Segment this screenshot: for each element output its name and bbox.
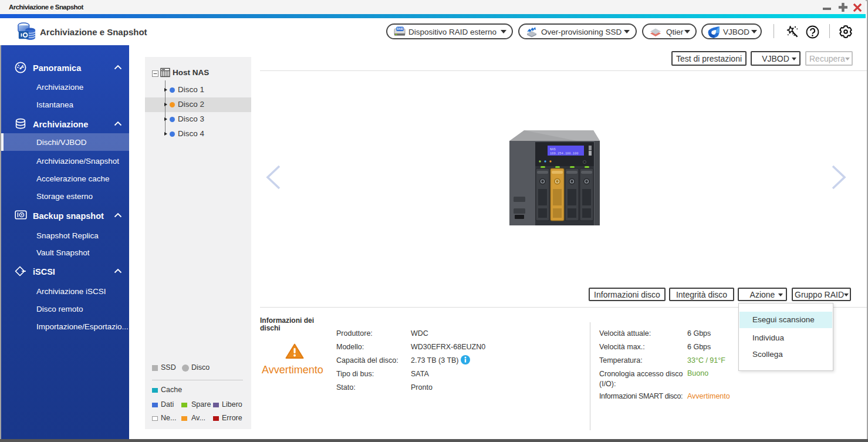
svg-text:RAID: RAID: [397, 28, 404, 31]
svg-text:NAS: NAS: [550, 148, 556, 151]
svg-text:169.254.100.100: 169.254.100.100: [550, 152, 579, 156]
